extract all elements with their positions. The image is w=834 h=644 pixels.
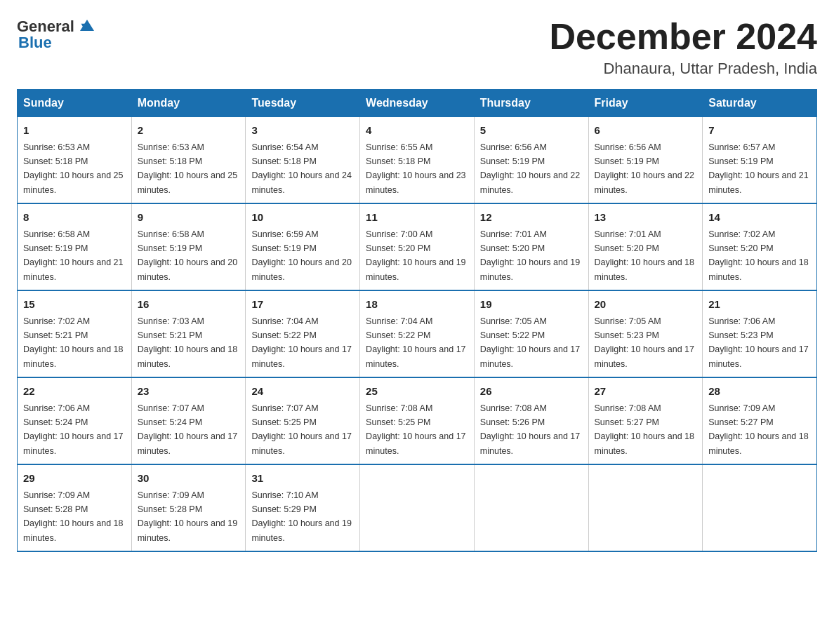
table-row: 6 Sunrise: 6:56 AMSunset: 5:19 PMDayligh… [588, 117, 703, 204]
table-row: 25 Sunrise: 7:08 AMSunset: 5:25 PMDaylig… [360, 377, 475, 464]
table-row [703, 464, 817, 551]
day-number: 22 [23, 384, 126, 400]
day-info: Sunrise: 6:53 AMSunset: 5:18 PMDaylight:… [23, 142, 123, 195]
calendar-table: Sunday Monday Tuesday Wednesday Thursday… [17, 89, 817, 552]
day-number: 5 [480, 123, 583, 139]
table-row: 18 Sunrise: 7:04 AMSunset: 5:22 PMDaylig… [360, 290, 475, 377]
day-info: Sunrise: 7:09 AMSunset: 5:27 PMDaylight:… [708, 403, 808, 456]
table-row: 23 Sunrise: 7:07 AMSunset: 5:24 PMDaylig… [131, 377, 246, 464]
header-saturday: Saturday [703, 90, 817, 117]
day-info: Sunrise: 7:05 AMSunset: 5:23 PMDaylight:… [595, 316, 694, 369]
table-row [474, 464, 588, 551]
month-title: December 2024 [549, 17, 817, 57]
day-number: 19 [480, 297, 583, 313]
day-info: Sunrise: 7:09 AMSunset: 5:28 PMDaylight:… [138, 490, 237, 543]
location-title: Dhanaura, Uttar Pradesh, India [549, 60, 817, 78]
table-row: 24 Sunrise: 7:07 AMSunset: 5:25 PMDaylig… [246, 377, 360, 464]
header-monday: Monday [131, 90, 246, 117]
day-number: 27 [595, 384, 697, 400]
day-number: 11 [366, 210, 468, 226]
day-number: 29 [23, 471, 126, 487]
table-row: 7 Sunrise: 6:57 AMSunset: 5:19 PMDayligh… [703, 117, 817, 204]
day-info: Sunrise: 7:09 AMSunset: 5:28 PMDaylight:… [23, 490, 123, 543]
day-number: 16 [138, 297, 240, 313]
day-info: Sunrise: 7:06 AMSunset: 5:24 PMDaylight:… [23, 403, 123, 456]
logo: General Blue [17, 17, 98, 52]
day-info: Sunrise: 6:57 AMSunset: 5:19 PMDaylight:… [708, 142, 808, 195]
table-row: 27 Sunrise: 7:08 AMSunset: 5:27 PMDaylig… [588, 377, 703, 464]
day-number: 18 [366, 297, 468, 313]
day-number: 13 [595, 210, 697, 226]
day-number: 9 [138, 210, 240, 226]
logo-icon [77, 15, 98, 36]
table-row: 17 Sunrise: 7:04 AMSunset: 5:22 PMDaylig… [246, 290, 360, 377]
table-row: 21 Sunrise: 7:06 AMSunset: 5:23 PMDaylig… [703, 290, 817, 377]
table-row: 9 Sunrise: 6:58 AMSunset: 5:19 PMDayligh… [131, 203, 246, 290]
day-info: Sunrise: 6:58 AMSunset: 5:19 PMDaylight:… [23, 229, 123, 282]
table-row: 30 Sunrise: 7:09 AMSunset: 5:28 PMDaylig… [131, 464, 246, 551]
day-number: 7 [708, 123, 811, 139]
header-friday: Friday [588, 90, 703, 117]
day-info: Sunrise: 6:58 AMSunset: 5:19 PMDaylight:… [138, 229, 237, 282]
day-number: 21 [708, 297, 811, 313]
day-number: 12 [480, 210, 583, 226]
day-number: 6 [595, 123, 697, 139]
day-number: 30 [138, 471, 240, 487]
day-number: 20 [595, 297, 697, 313]
day-info: Sunrise: 7:07 AMSunset: 5:25 PMDaylight:… [251, 403, 351, 456]
table-row: 4 Sunrise: 6:55 AMSunset: 5:18 PMDayligh… [360, 117, 475, 204]
day-number: 2 [138, 123, 240, 139]
table-row: 29 Sunrise: 7:09 AMSunset: 5:28 PMDaylig… [18, 464, 132, 551]
day-info: Sunrise: 7:01 AMSunset: 5:20 PMDaylight:… [480, 229, 580, 282]
header-thursday: Thursday [474, 90, 588, 117]
table-row: 10 Sunrise: 6:59 AMSunset: 5:19 PMDaylig… [246, 203, 360, 290]
title-block: December 2024 Dhanaura, Uttar Pradesh, I… [549, 17, 817, 78]
day-info: Sunrise: 7:04 AMSunset: 5:22 PMDaylight:… [366, 316, 465, 369]
table-row: 11 Sunrise: 7:00 AMSunset: 5:20 PMDaylig… [360, 203, 475, 290]
day-number: 8 [23, 210, 126, 226]
table-row: 3 Sunrise: 6:54 AMSunset: 5:18 PMDayligh… [246, 117, 360, 204]
day-info: Sunrise: 7:00 AMSunset: 5:20 PMDaylight:… [366, 229, 465, 282]
day-info: Sunrise: 7:06 AMSunset: 5:23 PMDaylight:… [708, 316, 808, 369]
day-number: 14 [708, 210, 811, 226]
table-row: 20 Sunrise: 7:05 AMSunset: 5:23 PMDaylig… [588, 290, 703, 377]
table-row [588, 464, 703, 551]
table-row: 5 Sunrise: 6:56 AMSunset: 5:19 PMDayligh… [474, 117, 588, 204]
day-number: 23 [138, 384, 240, 400]
day-number: 1 [23, 123, 126, 139]
day-info: Sunrise: 7:03 AMSunset: 5:21 PMDaylight:… [138, 316, 237, 369]
day-info: Sunrise: 7:08 AMSunset: 5:25 PMDaylight:… [366, 403, 465, 456]
day-info: Sunrise: 6:56 AMSunset: 5:19 PMDaylight:… [595, 142, 694, 195]
day-info: Sunrise: 6:59 AMSunset: 5:19 PMDaylight:… [251, 229, 351, 282]
day-info: Sunrise: 7:02 AMSunset: 5:21 PMDaylight:… [23, 316, 123, 369]
table-row: 1 Sunrise: 6:53 AMSunset: 5:18 PMDayligh… [18, 117, 132, 204]
calendar-header: Sunday Monday Tuesday Wednesday Thursday… [18, 90, 817, 117]
day-number: 4 [366, 123, 468, 139]
table-row [360, 464, 475, 551]
day-info: Sunrise: 7:05 AMSunset: 5:22 PMDaylight:… [480, 316, 580, 369]
day-info: Sunrise: 7:01 AMSunset: 5:20 PMDaylight:… [595, 229, 694, 282]
day-info: Sunrise: 6:55 AMSunset: 5:18 PMDaylight:… [366, 142, 465, 195]
day-number: 28 [708, 384, 811, 400]
day-info: Sunrise: 7:08 AMSunset: 5:26 PMDaylight:… [480, 403, 580, 456]
day-info: Sunrise: 7:10 AMSunset: 5:29 PMDaylight:… [251, 490, 351, 543]
day-number: 17 [251, 297, 354, 313]
header-sunday: Sunday [18, 90, 132, 117]
day-number: 3 [251, 123, 354, 139]
calendar-body: 1 Sunrise: 6:53 AMSunset: 5:18 PMDayligh… [18, 117, 817, 552]
day-info: Sunrise: 7:07 AMSunset: 5:24 PMDaylight:… [138, 403, 237, 456]
day-info: Sunrise: 7:04 AMSunset: 5:22 PMDaylight:… [251, 316, 351, 369]
header-tuesday: Tuesday [246, 90, 360, 117]
table-row: 31 Sunrise: 7:10 AMSunset: 5:29 PMDaylig… [246, 464, 360, 551]
page-header: General Blue December 2024 Dhanaura, Utt… [17, 17, 817, 78]
day-number: 10 [251, 210, 354, 226]
day-info: Sunrise: 6:56 AMSunset: 5:19 PMDaylight:… [480, 142, 580, 195]
table-row: 19 Sunrise: 7:05 AMSunset: 5:22 PMDaylig… [474, 290, 588, 377]
day-info: Sunrise: 7:02 AMSunset: 5:20 PMDaylight:… [708, 229, 808, 282]
table-row: 16 Sunrise: 7:03 AMSunset: 5:21 PMDaylig… [131, 290, 246, 377]
day-number: 26 [480, 384, 583, 400]
header-wednesday: Wednesday [360, 90, 475, 117]
table-row: 14 Sunrise: 7:02 AMSunset: 5:20 PMDaylig… [703, 203, 817, 290]
day-info: Sunrise: 6:54 AMSunset: 5:18 PMDaylight:… [251, 142, 351, 195]
table-row: 2 Sunrise: 6:53 AMSunset: 5:18 PMDayligh… [131, 117, 246, 204]
